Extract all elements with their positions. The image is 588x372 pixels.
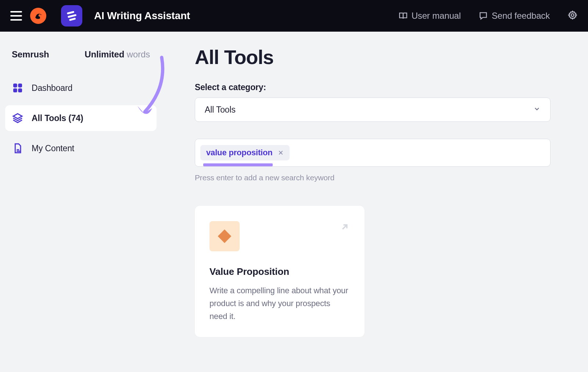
main-content: All Tools Select a category: All Tools v… bbox=[162, 32, 588, 372]
sidebar-item-label: My Content bbox=[32, 144, 74, 153]
settings-icon[interactable] bbox=[567, 10, 578, 22]
sidebar-item-label: Dashboard bbox=[32, 83, 72, 93]
annotation-underline bbox=[203, 163, 273, 166]
dashboard-icon bbox=[12, 82, 24, 94]
sidebar: Semrush Unlimited words Dashboard bbox=[0, 32, 162, 372]
send-feedback-link[interactable]: Send feedback bbox=[478, 11, 550, 21]
tool-card-value-proposition[interactable]: Value Proposition Write a compelling lin… bbox=[195, 206, 365, 337]
sidebar-item-my-content[interactable]: My Content bbox=[5, 135, 157, 161]
semrush-logo-icon[interactable] bbox=[29, 6, 48, 25]
search-chip-label: value proposition bbox=[206, 148, 273, 157]
plan-quota-value: Unlimited bbox=[85, 49, 124, 59]
page-title: All Tools bbox=[195, 46, 562, 68]
plan-name: Semrush bbox=[12, 49, 49, 60]
user-manual-label: User manual bbox=[412, 11, 461, 21]
app-title: AI Writing Assistant bbox=[94, 10, 190, 22]
svg-point-1 bbox=[39, 14, 41, 17]
tool-card-desc: Write a compelling line about what your … bbox=[209, 284, 350, 323]
search-hint: Press enter to add a new search keyword bbox=[195, 173, 562, 182]
tool-card-icon bbox=[209, 221, 240, 251]
sidebar-item-all-tools[interactable]: All Tools (74) bbox=[5, 105, 157, 131]
layers-icon bbox=[12, 112, 24, 124]
search-chip: value proposition bbox=[200, 145, 290, 160]
app-logo-icon[interactable] bbox=[61, 5, 82, 26]
remove-chip-icon[interactable] bbox=[277, 149, 284, 156]
category-select-value: All Tools bbox=[205, 105, 236, 115]
svg-rect-9 bbox=[18, 88, 22, 92]
chevron-down-icon bbox=[533, 105, 541, 115]
svg-rect-6 bbox=[13, 84, 17, 88]
sidebar-item-dashboard[interactable]: Dashboard bbox=[5, 75, 157, 101]
plan-quota: Unlimited words bbox=[85, 49, 150, 60]
svg-rect-2 bbox=[67, 11, 75, 15]
svg-point-5 bbox=[571, 14, 574, 16]
keyword-search-input[interactable]: value proposition bbox=[195, 139, 551, 167]
category-select[interactable]: All Tools bbox=[195, 98, 551, 122]
menu-icon[interactable] bbox=[10, 10, 22, 22]
category-label: Select a category: bbox=[195, 82, 562, 92]
user-manual-link[interactable]: User manual bbox=[398, 11, 461, 21]
svg-rect-3 bbox=[68, 14, 76, 18]
svg-rect-4 bbox=[69, 18, 76, 21]
diamond-icon bbox=[218, 230, 232, 243]
svg-rect-8 bbox=[13, 88, 17, 92]
send-feedback-label: Send feedback bbox=[492, 11, 550, 21]
plan-quota-unit: words bbox=[127, 49, 150, 59]
open-arrow-icon bbox=[340, 222, 350, 234]
sidebar-item-label: All Tools (74) bbox=[32, 113, 83, 123]
svg-rect-7 bbox=[18, 84, 22, 88]
plan-row: Semrush Unlimited words bbox=[5, 49, 157, 75]
document-icon bbox=[12, 142, 24, 154]
topbar: AI Writing Assistant User manual Send fe… bbox=[0, 0, 588, 32]
tool-card-title: Value Proposition bbox=[209, 266, 350, 277]
